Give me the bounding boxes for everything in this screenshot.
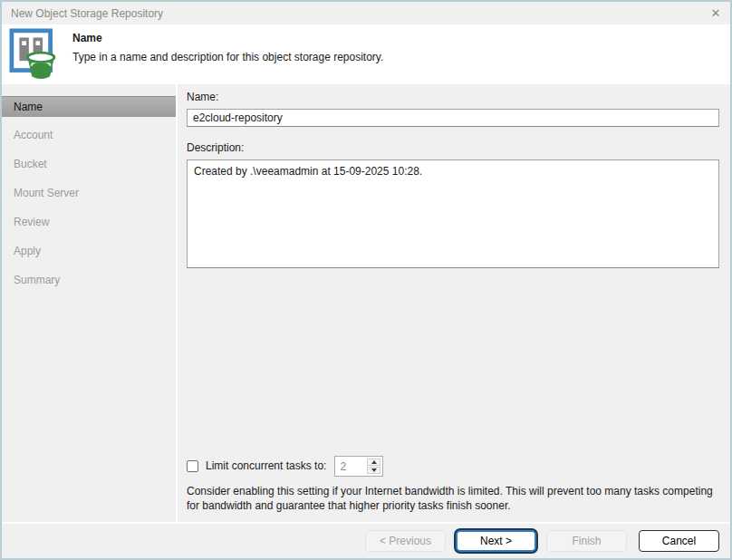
chevron-down-icon (371, 468, 377, 472)
wizard-dialog: New Object Storage Repository ✕ Name Typ… (0, 0, 732, 560)
wizard-body: Name Account Bucket Mount Server Review … (2, 84, 730, 522)
spinner-down-button (367, 467, 380, 474)
cancel-button[interactable]: Cancel (639, 530, 719, 552)
limit-tasks-checkbox[interactable] (187, 460, 198, 472)
limit-tasks-row: Limit concurrent tasks to: 2 (187, 455, 719, 477)
sidebar-item-account[interactable]: Account (2, 125, 176, 146)
next-button[interactable]: Next > (456, 530, 536, 552)
wizard-steps-sidebar: Name Account Bucket Mount Server Review … (2, 84, 178, 522)
sidebar-item-mount-server[interactable]: Mount Server (2, 183, 176, 204)
step-subtitle: Type in a name and description for this … (72, 51, 383, 63)
sidebar-item-name[interactable]: Name (2, 96, 176, 117)
step-title: Name (72, 32, 383, 44)
limit-tasks-hint: Consider enabling this setting if your I… (187, 484, 719, 513)
name-field-label: Name: (187, 91, 719, 103)
header-text: Name Type in a name and description for … (72, 28, 383, 63)
previous-button: < Previous (365, 530, 446, 552)
content-spacer (187, 268, 719, 455)
limit-tasks-label[interactable]: Limit concurrent tasks to: (206, 459, 326, 472)
spinner-buttons (365, 457, 382, 476)
repository-description-textarea[interactable]: Created by .\veeamadmin at 15-09-2025 10… (187, 159, 719, 268)
object-storage-repository-icon (9, 28, 61, 81)
description-field-label: Description: (187, 141, 719, 154)
concurrent-tasks-value: 2 (335, 457, 365, 476)
title-bar: New Object Storage Repository ✕ (2, 2, 730, 24)
window-title: New Object Storage Repository (11, 7, 707, 20)
chevron-up-icon (371, 460, 377, 464)
sidebar-item-bucket[interactable]: Bucket (2, 154, 176, 175)
wizard-header: Name Type in a name and description for … (2, 24, 730, 84)
sidebar-item-apply[interactable]: Apply (2, 241, 176, 262)
concurrent-tasks-spinner: 2 (334, 456, 383, 477)
wizard-footer: < Previous Next > Finish Cancel (2, 522, 730, 558)
repository-name-input[interactable] (187, 109, 719, 127)
close-icon[interactable]: ✕ (707, 5, 725, 23)
sidebar-item-summary[interactable]: Summary (2, 270, 176, 291)
sidebar-item-review[interactable]: Review (2, 212, 176, 233)
step-content: Name: Description: Created by .\veeamadm… (178, 84, 730, 522)
finish-button: Finish (546, 530, 627, 552)
spinner-up-button (367, 459, 380, 466)
